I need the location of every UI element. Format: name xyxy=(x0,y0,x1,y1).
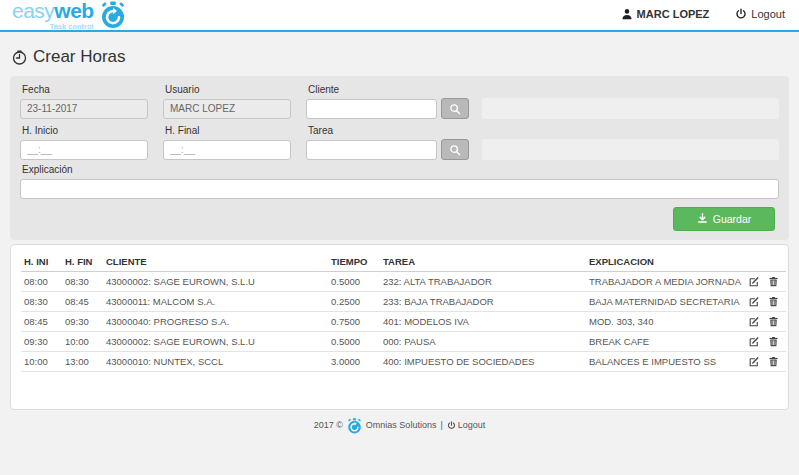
search-icon xyxy=(449,103,461,115)
delete-icon[interactable] xyxy=(768,316,779,327)
cliente-input[interactable] xyxy=(306,99,437,119)
cell-cliente: 43000040: PROGRESO S.A. xyxy=(103,311,328,331)
h-final-label: H. Final xyxy=(163,123,291,139)
cell-cliente: 43000002: SAGE EUROWN, S.L.U xyxy=(103,331,328,351)
cell-explicacion: BAJA MATERNIDAD SECRETARIA xyxy=(586,291,746,311)
stopwatch-logo-icon xyxy=(100,1,126,27)
delete-icon[interactable] xyxy=(768,356,779,367)
delete-icon[interactable] xyxy=(768,276,779,287)
header-right: MARC LOPEZ Logout xyxy=(621,8,785,20)
cell-tarea: 400: IMPUESTO DE SOCIEDADES xyxy=(380,351,586,371)
cell-cliente: 43000010: NUNTEX, SCCL xyxy=(103,351,328,371)
edit-icon[interactable] xyxy=(749,336,760,347)
col-tarea: TAREA xyxy=(380,252,586,272)
cell-actions xyxy=(746,311,786,331)
cell-h_fin: 13:00 xyxy=(62,351,103,371)
power-icon xyxy=(447,421,456,430)
hours-table-card: H. INI H. FIN CLIENTE TIEMPO TAREA EXPLI… xyxy=(10,244,789,410)
fecha-label: Fecha xyxy=(20,82,148,98)
tarea-display xyxy=(482,139,779,160)
cell-h_ini: 10:00 xyxy=(21,351,62,371)
footer-logout-button[interactable]: Logout xyxy=(447,420,486,430)
field-fecha: Fecha xyxy=(20,82,148,119)
field-explicacion: Explicación xyxy=(20,162,779,199)
cell-cliente: 43000011: MALCOM S.A. xyxy=(103,291,328,311)
title-bar: Crear Horas xyxy=(0,32,799,76)
app-footer: 2017 © Omnias Solutions | Logout xyxy=(0,418,799,433)
search-icon xyxy=(449,144,461,156)
logo-text: easyweb Task control xyxy=(12,0,94,28)
explicacion-label: Explicación xyxy=(20,162,779,178)
field-cliente: Cliente xyxy=(306,82,779,119)
field-usuario: Usuario xyxy=(163,82,291,119)
header-logout-button[interactable]: Logout xyxy=(735,8,785,20)
power-icon xyxy=(735,8,747,20)
cell-h_fin: 09:30 xyxy=(62,311,103,331)
edit-icon[interactable] xyxy=(749,356,760,367)
fecha-input xyxy=(20,99,148,119)
page-title: Crear Horas xyxy=(33,47,126,67)
app-header: easyweb Task control MARC LOPEZ xyxy=(0,0,799,32)
cliente-search-button[interactable] xyxy=(441,98,469,119)
footer-separator: | xyxy=(440,420,442,430)
cliente-display xyxy=(482,98,779,119)
table-row: 09:3010:0043000002: SAGE EUROWN, S.L.U0.… xyxy=(21,331,786,351)
cell-explicacion: BALANCES E IMPUESTO SS xyxy=(586,351,746,371)
footer-year: 2017 © xyxy=(314,420,343,430)
h-final-input[interactable] xyxy=(163,140,291,160)
logo-tagline: Task control xyxy=(50,23,94,31)
cell-explicacion: BREAK CAFE xyxy=(586,331,746,351)
col-explicacion: EXPLICACION xyxy=(586,252,746,272)
header-user[interactable]: MARC LOPEZ xyxy=(621,8,710,20)
cell-tiempo: 0.5000 xyxy=(328,271,380,291)
save-icon xyxy=(697,213,708,224)
tarea-input[interactable] xyxy=(306,140,437,160)
delete-icon[interactable] xyxy=(768,296,779,307)
cliente-label: Cliente xyxy=(306,82,779,98)
cell-h_ini: 08:30 xyxy=(21,291,62,311)
edit-icon[interactable] xyxy=(749,296,760,307)
cell-tarea: 000: PAUSA xyxy=(380,331,586,351)
footer-company: Omnias Solutions xyxy=(366,420,437,430)
cell-h_fin: 08:45 xyxy=(62,291,103,311)
cell-explicacion: MOD. 303, 340 xyxy=(586,311,746,331)
hours-table: H. INI H. FIN CLIENTE TIEMPO TAREA EXPLI… xyxy=(21,252,786,372)
save-button-label: Guardar xyxy=(713,213,752,225)
field-tarea: Tarea xyxy=(306,123,779,160)
cell-tiempo: 0.2500 xyxy=(328,291,380,311)
cell-tarea: 233: BAJA TRABAJADOR xyxy=(380,291,586,311)
field-h-final: H. Final xyxy=(163,123,291,160)
col-tiempo: TIEMPO xyxy=(328,252,380,272)
h-inicio-label: H. Inicio xyxy=(20,123,148,139)
h-inicio-input[interactable] xyxy=(20,140,148,160)
edit-icon[interactable] xyxy=(749,276,760,287)
cell-actions xyxy=(746,351,786,371)
header-user-name: MARC LOPEZ xyxy=(637,8,710,20)
field-h-inicio: H. Inicio xyxy=(20,123,148,160)
edit-icon[interactable] xyxy=(749,316,760,327)
table-header-row: H. INI H. FIN CLIENTE TIEMPO TAREA EXPLI… xyxy=(21,252,786,272)
usuario-input xyxy=(163,99,291,119)
stopwatch-logo-icon xyxy=(347,418,362,433)
save-button[interactable]: Guardar xyxy=(673,207,775,231)
table-row: 08:4509:3043000040: PROGRESO S.A.0.75004… xyxy=(21,311,786,331)
explicacion-input[interactable] xyxy=(20,179,779,199)
table-row: 08:3008:4543000011: MALCOM S.A.0.2500233… xyxy=(21,291,786,311)
header-logout-label: Logout xyxy=(751,8,785,20)
tarea-label: Tarea xyxy=(306,123,779,139)
cell-tarea: 232: ALTA TRABAJADOR xyxy=(380,271,586,291)
col-actions xyxy=(746,252,786,272)
tarea-search-button[interactable] xyxy=(441,139,469,160)
cell-explicacion: TRABAJADOR A MEDIA JORNADA xyxy=(586,271,746,291)
cell-tiempo: 0.5000 xyxy=(328,331,380,351)
clock-icon xyxy=(12,50,27,65)
cell-h_ini: 09:30 xyxy=(21,331,62,351)
col-h-fin: H. FIN xyxy=(62,252,103,272)
user-icon xyxy=(621,8,633,20)
app-logo[interactable]: easyweb Task control xyxy=(12,0,126,28)
delete-icon[interactable] xyxy=(768,336,779,347)
table-row: 10:0013:0043000010: NUNTEX, SCCL3.000040… xyxy=(21,351,786,371)
footer-logout-label: Logout xyxy=(458,420,486,430)
cell-h_ini: 08:00 xyxy=(21,271,62,291)
cell-h_fin: 10:00 xyxy=(62,331,103,351)
